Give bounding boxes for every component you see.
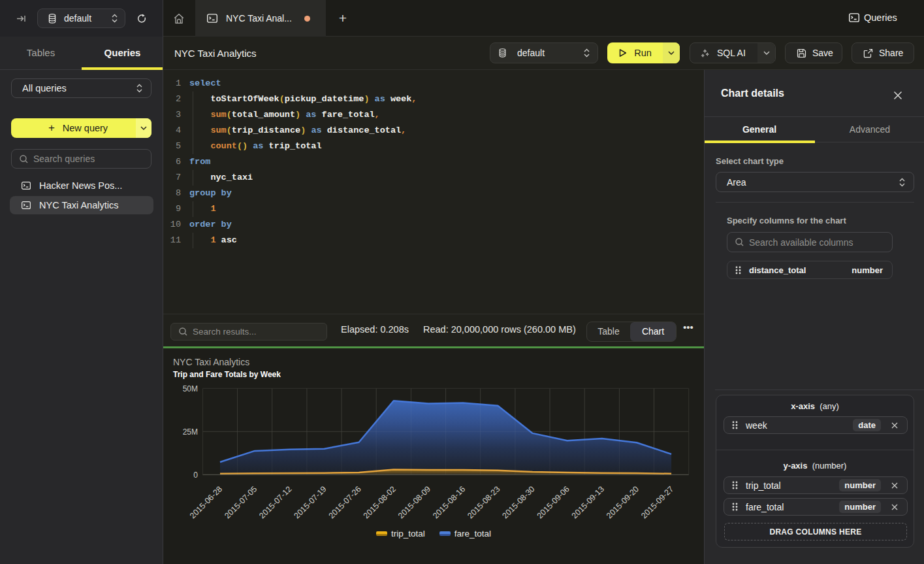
svg-text:2015-08-16: 2015-08-16	[431, 484, 467, 520]
svg-text:2015-07-26: 2015-07-26	[327, 484, 363, 520]
svg-text:2015-08-02: 2015-08-02	[362, 484, 398, 520]
svg-text:2015-08-09: 2015-08-09	[396, 484, 432, 520]
svg-text:2015-08-23: 2015-08-23	[466, 484, 502, 520]
svg-text:2015-09-27: 2015-09-27	[639, 484, 675, 520]
svg-text:2015-07-12: 2015-07-12	[257, 484, 293, 520]
svg-text:2015-08-30: 2015-08-30	[501, 484, 537, 520]
svg-text:2015-07-19: 2015-07-19	[293, 484, 328, 520]
svg-text:2015-09-06: 2015-09-06	[535, 484, 571, 520]
svg-text:25M: 25M	[183, 427, 198, 437]
svg-text:2015-09-20: 2015-09-20	[605, 484, 641, 520]
svg-text:50M: 50M	[183, 384, 198, 393]
svg-text:0: 0	[193, 471, 198, 480]
svg-text:2015-06-28: 2015-06-28	[188, 484, 224, 520]
svg-text:2015-07-05: 2015-07-05	[223, 484, 259, 520]
svg-text:2015-09-13: 2015-09-13	[570, 484, 606, 520]
